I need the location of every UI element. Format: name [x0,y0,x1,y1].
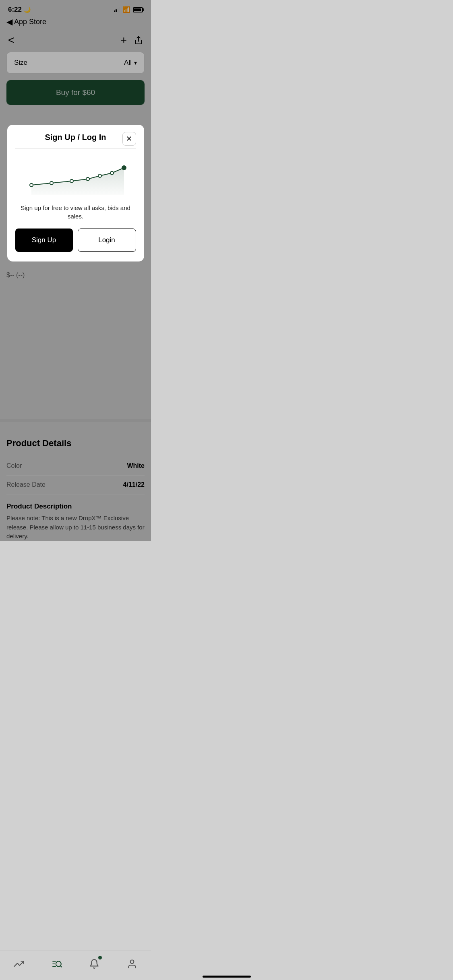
modal-overlay: Sign Up / Log In ✕ [0,0,151,541]
modal-close-button[interactable]: ✕ [122,132,136,146]
svg-point-7 [122,166,126,170]
modal-description: Sign up for free to view all asks, bids … [15,204,136,220]
svg-point-2 [50,181,53,185]
close-icon: ✕ [126,135,132,142]
modal-buttons: Sign Up Login [15,229,136,252]
login-button[interactable]: Login [78,229,136,252]
svg-point-1 [30,183,33,187]
price-chart [19,159,132,195]
chart-container [15,157,136,197]
svg-point-6 [110,171,114,175]
svg-point-4 [86,177,89,181]
svg-point-5 [98,174,101,177]
modal-divider [15,148,136,149]
signup-button[interactable]: Sign Up [15,229,73,252]
sign-up-modal: Sign Up / Log In ✕ [7,125,144,261]
modal-title: Sign Up / Log In [45,133,106,142]
svg-point-3 [70,179,73,183]
modal-header: Sign Up / Log In ✕ [15,133,136,142]
